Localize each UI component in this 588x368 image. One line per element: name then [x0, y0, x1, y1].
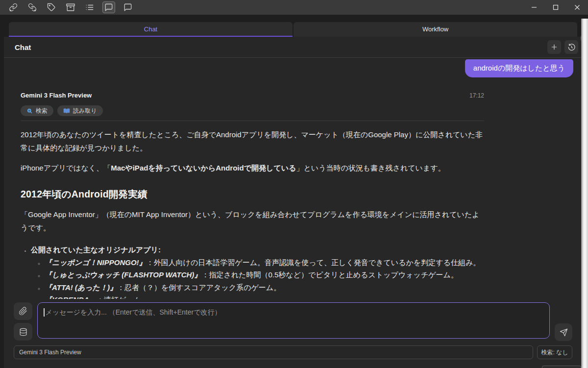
minimize-button[interactable]	[523, 0, 545, 15]
send-icon	[560, 328, 568, 337]
book-icon	[63, 107, 70, 114]
message-list: androidの開発はしたと思う Gemini 3 Flash Preview …	[4, 58, 581, 299]
assistant-message-body: 2012年頃のあなたのツイートを精査したところ、ご自身でAndroidアプリを開…	[21, 121, 484, 299]
knowledge-base-button[interactable]	[14, 323, 32, 341]
list-item: 『KGRENDA』：連打ゲーム。	[45, 294, 484, 299]
chat-bubble-active-icon[interactable]	[102, 1, 115, 13]
text-caret	[44, 308, 45, 317]
tool-badges: 検索 読み取り	[21, 105, 484, 116]
bottom-bar: Gemini 3 Flash Preview 検索: なし	[4, 343, 581, 359]
tab-chat-label: Chat	[144, 25, 157, 33]
search-mode-select[interactable]: 検索: なし	[537, 345, 572, 359]
list-item: 『しゅとっぷウォッチ (FLASHTOP WATCH)』：指定された時間（0.5…	[45, 269, 484, 281]
panel-title: Chat	[15, 43, 31, 51]
history-button[interactable]	[564, 40, 578, 54]
list-item: 『ATTA! (あった！)』：忍者（？）を倒すスコアアタック系のゲーム。	[45, 282, 484, 294]
chat-panel: Chat androidの開発はしたと思う Gemini 3 Flash Pre…	[4, 37, 581, 368]
list-icon[interactable]	[83, 1, 96, 13]
tab-strip: Chat Workflow	[0, 15, 588, 37]
read-badge[interactable]: 読み取り	[57, 105, 103, 116]
message-time: 17:12	[469, 92, 484, 99]
model-select[interactable]: Gemini 3 Flash Preview	[14, 345, 533, 359]
vertical-scrollbar[interactable]	[581, 19, 588, 368]
paragraph: 「Google App Inventor」（現在のMIT App Invento…	[21, 208, 484, 234]
model-select-value: Gemini 3 Flash Preview	[19, 349, 81, 356]
tab-workflow[interactable]: Workflow	[294, 22, 577, 37]
model-name: Gemini 3 Flash Preview	[21, 92, 92, 99]
partial-popup-edge	[542, 366, 581, 368]
link-receive-icon[interactable]	[7, 1, 20, 13]
tag-icon[interactable]	[45, 1, 58, 13]
titlebar	[0, 0, 588, 15]
user-message-bubble: androidの開発はしたと思う	[465, 59, 573, 77]
assistant-message: Gemini 3 Flash Preview 17:12 検索 読み	[21, 92, 484, 299]
close-button[interactable]	[566, 0, 588, 15]
send-button[interactable]	[555, 323, 572, 341]
message-input-placeholder: メッセージを入力... （Enterで送信、Shift+Enterで改行）	[46, 308, 221, 317]
app-list: 公開されていた主なオリジナルアプリ: 『ニッポンゴ！NIPPONGO!』：外国人…	[21, 244, 484, 299]
app-sublist: 『ニッポンゴ！NIPPONGO!』：外国人向けの日本語学習ゲーム。音声認識を使っ…	[31, 257, 484, 299]
attach-button[interactable]	[14, 302, 32, 320]
read-badge-label: 読み取り	[73, 107, 97, 115]
panel-header: Chat	[4, 37, 581, 58]
list-item: 公開されていた主なオリジナルアプリ: 『ニッポンゴ！NIPPONGO!』：外国人…	[31, 244, 484, 299]
paperclip-icon	[19, 307, 27, 316]
chat-bubble-icon[interactable]	[122, 1, 134, 13]
composer: メッセージを入力... （Enterで送信、Shift+Enterで改行）	[4, 299, 581, 343]
search-mode-value: 検索: なし	[541, 348, 568, 357]
section-heading: 2012年頃のAndroid開発実績	[21, 188, 484, 201]
list-item: 『ニッポンゴ！NIPPONGO!』：外国人向けの日本語学習ゲーム。音声認識を使っ…	[45, 257, 484, 269]
titlebar-tools	[0, 1, 134, 13]
paragraph: 2012年頃のあなたのツイートを精査したところ、ご自身でAndroidアプリを開…	[21, 128, 484, 154]
paragraph: iPhoneアプリではなく、「MacやiPadを持っていないからAndroidで…	[21, 161, 484, 174]
database-icon	[19, 328, 27, 336]
new-chat-button[interactable]	[547, 40, 561, 54]
tab-workflow-label: Workflow	[422, 25, 448, 33]
link-send-icon[interactable]	[26, 1, 39, 13]
tab-chat[interactable]: Chat	[9, 22, 293, 37]
message-input[interactable]: メッセージを入力... （Enterで送信、Shift+Enterで改行）	[37, 302, 550, 339]
search-badge-label: 検索	[36, 107, 48, 115]
archive-icon[interactable]	[64, 1, 77, 13]
maximize-button[interactable]	[545, 0, 566, 15]
search-badge[interactable]: 検索	[21, 105, 53, 116]
search-icon	[26, 108, 33, 114]
